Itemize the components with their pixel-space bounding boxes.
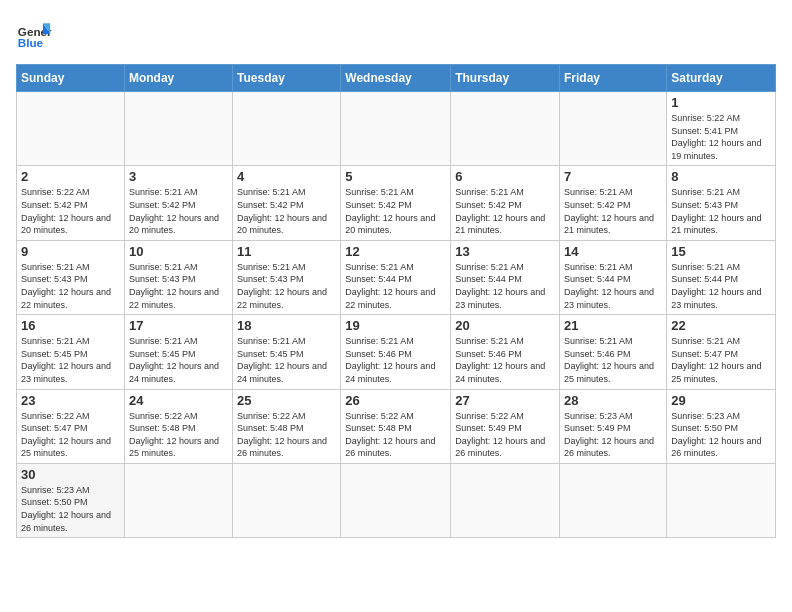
day-number: 12 — [345, 244, 446, 259]
calendar-week-row: 16Sunrise: 5:21 AM Sunset: 5:45 PM Dayli… — [17, 315, 776, 389]
day-info: Sunrise: 5:21 AM Sunset: 5:43 PM Dayligh… — [671, 186, 771, 236]
calendar-cell — [341, 92, 451, 166]
calendar-week-row: 1Sunrise: 5:22 AM Sunset: 5:41 PM Daylig… — [17, 92, 776, 166]
calendar-cell — [451, 92, 560, 166]
day-number: 19 — [345, 318, 446, 333]
calendar-cell — [124, 463, 232, 537]
day-info: Sunrise: 5:21 AM Sunset: 5:43 PM Dayligh… — [237, 261, 336, 311]
calendar-week-row: 9Sunrise: 5:21 AM Sunset: 5:43 PM Daylig… — [17, 240, 776, 314]
calendar-week-row: 2Sunrise: 5:22 AM Sunset: 5:42 PM Daylig… — [17, 166, 776, 240]
day-info: Sunrise: 5:22 AM Sunset: 5:48 PM Dayligh… — [129, 410, 228, 460]
day-number: 2 — [21, 169, 120, 184]
day-info: Sunrise: 5:23 AM Sunset: 5:50 PM Dayligh… — [671, 410, 771, 460]
day-info: Sunrise: 5:22 AM Sunset: 5:48 PM Dayligh… — [237, 410, 336, 460]
day-number: 15 — [671, 244, 771, 259]
day-info: Sunrise: 5:21 AM Sunset: 5:44 PM Dayligh… — [455, 261, 555, 311]
day-number: 26 — [345, 393, 446, 408]
calendar-cell: 6Sunrise: 5:21 AM Sunset: 5:42 PM Daylig… — [451, 166, 560, 240]
calendar-cell: 20Sunrise: 5:21 AM Sunset: 5:46 PM Dayli… — [451, 315, 560, 389]
calendar-cell — [560, 92, 667, 166]
day-number: 22 — [671, 318, 771, 333]
calendar-cell: 13Sunrise: 5:21 AM Sunset: 5:44 PM Dayli… — [451, 240, 560, 314]
day-info: Sunrise: 5:22 AM Sunset: 5:48 PM Dayligh… — [345, 410, 446, 460]
day-number: 21 — [564, 318, 662, 333]
calendar-cell — [667, 463, 776, 537]
calendar-cell: 19Sunrise: 5:21 AM Sunset: 5:46 PM Dayli… — [341, 315, 451, 389]
day-info: Sunrise: 5:21 AM Sunset: 5:45 PM Dayligh… — [237, 335, 336, 385]
weekday-header-monday: Monday — [124, 65, 232, 92]
day-number: 6 — [455, 169, 555, 184]
day-info: Sunrise: 5:21 AM Sunset: 5:46 PM Dayligh… — [345, 335, 446, 385]
logo-icon: General Blue — [16, 16, 52, 52]
day-info: Sunrise: 5:23 AM Sunset: 5:50 PM Dayligh… — [21, 484, 120, 534]
calendar-cell — [17, 92, 125, 166]
weekday-header-sunday: Sunday — [17, 65, 125, 92]
day-info: Sunrise: 5:21 AM Sunset: 5:44 PM Dayligh… — [345, 261, 446, 311]
day-number: 27 — [455, 393, 555, 408]
day-info: Sunrise: 5:22 AM Sunset: 5:41 PM Dayligh… — [671, 112, 771, 162]
day-number: 3 — [129, 169, 228, 184]
day-number: 28 — [564, 393, 662, 408]
weekday-header-wednesday: Wednesday — [341, 65, 451, 92]
day-number: 24 — [129, 393, 228, 408]
weekday-header-friday: Friday — [560, 65, 667, 92]
calendar-cell: 18Sunrise: 5:21 AM Sunset: 5:45 PM Dayli… — [233, 315, 341, 389]
day-info: Sunrise: 5:22 AM Sunset: 5:49 PM Dayligh… — [455, 410, 555, 460]
calendar-cell: 23Sunrise: 5:22 AM Sunset: 5:47 PM Dayli… — [17, 389, 125, 463]
day-number: 7 — [564, 169, 662, 184]
calendar-cell: 1Sunrise: 5:22 AM Sunset: 5:41 PM Daylig… — [667, 92, 776, 166]
calendar-cell — [124, 92, 232, 166]
weekday-header-tuesday: Tuesday — [233, 65, 341, 92]
calendar-cell: 8Sunrise: 5:21 AM Sunset: 5:43 PM Daylig… — [667, 166, 776, 240]
weekday-header-thursday: Thursday — [451, 65, 560, 92]
day-info: Sunrise: 5:22 AM Sunset: 5:42 PM Dayligh… — [21, 186, 120, 236]
day-info: Sunrise: 5:21 AM Sunset: 5:44 PM Dayligh… — [564, 261, 662, 311]
day-info: Sunrise: 5:21 AM Sunset: 5:47 PM Dayligh… — [671, 335, 771, 385]
day-number: 30 — [21, 467, 120, 482]
calendar-cell — [233, 92, 341, 166]
day-number: 20 — [455, 318, 555, 333]
day-number: 8 — [671, 169, 771, 184]
day-number: 4 — [237, 169, 336, 184]
day-number: 9 — [21, 244, 120, 259]
calendar-cell: 21Sunrise: 5:21 AM Sunset: 5:46 PM Dayli… — [560, 315, 667, 389]
calendar-cell: 26Sunrise: 5:22 AM Sunset: 5:48 PM Dayli… — [341, 389, 451, 463]
day-info: Sunrise: 5:21 AM Sunset: 5:43 PM Dayligh… — [21, 261, 120, 311]
day-info: Sunrise: 5:21 AM Sunset: 5:43 PM Dayligh… — [129, 261, 228, 311]
calendar-cell: 29Sunrise: 5:23 AM Sunset: 5:50 PM Dayli… — [667, 389, 776, 463]
calendar-cell: 28Sunrise: 5:23 AM Sunset: 5:49 PM Dayli… — [560, 389, 667, 463]
calendar-cell: 9Sunrise: 5:21 AM Sunset: 5:43 PM Daylig… — [17, 240, 125, 314]
calendar-cell: 11Sunrise: 5:21 AM Sunset: 5:43 PM Dayli… — [233, 240, 341, 314]
day-number: 11 — [237, 244, 336, 259]
calendar-week-row: 23Sunrise: 5:22 AM Sunset: 5:47 PM Dayli… — [17, 389, 776, 463]
day-number: 25 — [237, 393, 336, 408]
day-info: Sunrise: 5:21 AM Sunset: 5:46 PM Dayligh… — [564, 335, 662, 385]
calendar-cell: 5Sunrise: 5:21 AM Sunset: 5:42 PM Daylig… — [341, 166, 451, 240]
day-info: Sunrise: 5:22 AM Sunset: 5:47 PM Dayligh… — [21, 410, 120, 460]
calendar-cell: 3Sunrise: 5:21 AM Sunset: 5:42 PM Daylig… — [124, 166, 232, 240]
day-number: 13 — [455, 244, 555, 259]
day-info: Sunrise: 5:21 AM Sunset: 5:45 PM Dayligh… — [129, 335, 228, 385]
calendar-cell: 10Sunrise: 5:21 AM Sunset: 5:43 PM Dayli… — [124, 240, 232, 314]
calendar-cell — [341, 463, 451, 537]
calendar-week-row: 30Sunrise: 5:23 AM Sunset: 5:50 PM Dayli… — [17, 463, 776, 537]
calendar-cell: 30Sunrise: 5:23 AM Sunset: 5:50 PM Dayli… — [17, 463, 125, 537]
day-info: Sunrise: 5:21 AM Sunset: 5:44 PM Dayligh… — [671, 261, 771, 311]
calendar-cell — [233, 463, 341, 537]
calendar-cell: 17Sunrise: 5:21 AM Sunset: 5:45 PM Dayli… — [124, 315, 232, 389]
day-number: 17 — [129, 318, 228, 333]
day-number: 5 — [345, 169, 446, 184]
day-number: 23 — [21, 393, 120, 408]
day-number: 16 — [21, 318, 120, 333]
day-info: Sunrise: 5:21 AM Sunset: 5:46 PM Dayligh… — [455, 335, 555, 385]
calendar-cell: 25Sunrise: 5:22 AM Sunset: 5:48 PM Dayli… — [233, 389, 341, 463]
day-info: Sunrise: 5:21 AM Sunset: 5:42 PM Dayligh… — [129, 186, 228, 236]
page-header: General Blue — [16, 16, 776, 52]
day-number: 1 — [671, 95, 771, 110]
calendar-cell: 22Sunrise: 5:21 AM Sunset: 5:47 PM Dayli… — [667, 315, 776, 389]
day-number: 29 — [671, 393, 771, 408]
day-number: 10 — [129, 244, 228, 259]
calendar-cell: 2Sunrise: 5:22 AM Sunset: 5:42 PM Daylig… — [17, 166, 125, 240]
calendar-cell — [451, 463, 560, 537]
calendar-cell — [560, 463, 667, 537]
